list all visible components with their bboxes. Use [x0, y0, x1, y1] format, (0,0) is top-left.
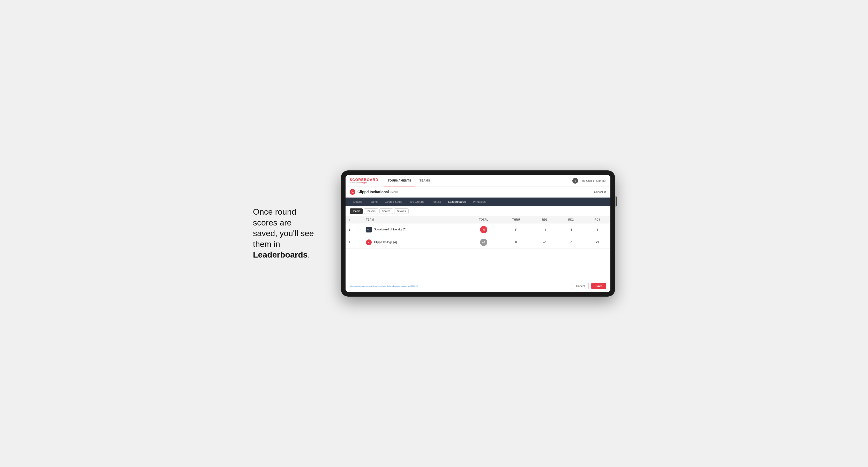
tablet-device: SCOREBOARD Powered by clippd TOURNAMENTS… — [341, 170, 615, 297]
score-badge-1: -5 — [480, 226, 487, 233]
rd3-1: -6 — [584, 223, 610, 236]
nav-links: TOURNAMENTS TEAMS — [383, 175, 572, 186]
tab-teams[interactable]: Teams — [366, 197, 381, 206]
tab-results[interactable]: Results — [428, 197, 444, 206]
tournament-cancel[interactable]: Cancel ✕ — [594, 190, 606, 194]
col-team: TEAM — [363, 216, 467, 223]
team-1: SU Scoreboard University [A] — [363, 223, 467, 236]
sub-tab-bar: Teams Players Scores Strokes — [345, 206, 610, 216]
nav-user-text: Test User | — [580, 179, 594, 182]
col-rd2: RD2 — [558, 216, 584, 223]
sub-tab-strokes[interactable]: Strokes — [394, 209, 409, 214]
score-badge-2: +3 — [480, 239, 487, 246]
tab-leaderboards[interactable]: Leaderboards — [444, 197, 469, 206]
team-1-logo: SU — [366, 227, 372, 232]
team-2-name: Clippd College [A] — [374, 241, 397, 244]
tab-details[interactable]: Details — [350, 197, 366, 206]
tournament-icon: C — [350, 189, 355, 195]
thru-1: F — [501, 223, 532, 236]
total-1: -5 — [467, 223, 500, 236]
nav-signout[interactable]: Sign out — [596, 179, 606, 182]
rank-2: 2 — [345, 236, 363, 249]
cancel-button[interactable]: Cancel — [572, 283, 589, 289]
tab-tee-groups[interactable]: Tee Groups — [406, 197, 428, 206]
sub-tab-teams[interactable]: Teams — [350, 209, 363, 214]
tablet-screen: SCOREBOARD Powered by clippd TOURNAMENTS… — [345, 175, 610, 292]
sub-tab-scores[interactable]: Scores — [379, 209, 393, 214]
nav-link-teams[interactable]: TEAMS — [415, 175, 434, 186]
content-spacer — [345, 249, 610, 280]
tab-course-setup[interactable]: Course Setup — [381, 197, 406, 206]
app-logo: SCOREBOARD Powered by clippd — [350, 178, 378, 184]
thru-2: F — [501, 236, 532, 249]
cancel-icon: ✕ — [604, 190, 606, 194]
cancel-label: Cancel — [594, 190, 603, 193]
col-rd1: RD1 — [531, 216, 558, 223]
description-period: . — [308, 250, 310, 259]
col-thru: THRU — [501, 216, 532, 223]
tournament-gender: (Men) — [390, 190, 398, 193]
table-body: 1 SU Scoreboard University [A] -5 F -4 +… — [345, 223, 610, 249]
user-avatar: S — [572, 178, 578, 184]
tournament-header: C Clippd Invitational (Men) Cancel ✕ — [345, 186, 610, 197]
tab-bar: Details Teams Course Setup Tee Groups Re… — [345, 197, 610, 206]
description-line4: them in — [253, 240, 280, 249]
tab-printables[interactable]: Printables — [469, 197, 489, 206]
total-2: +3 — [467, 236, 500, 249]
description-line1: Once round — [253, 207, 296, 216]
table-row: 1 SU Scoreboard University [A] -5 F -4 +… — [345, 223, 610, 236]
description-line3: saved, you'll see — [253, 228, 314, 238]
description-line2: scores are — [253, 218, 291, 227]
col-rank: # — [345, 216, 363, 223]
sub-tab-players[interactable]: Players — [364, 209, 378, 214]
col-rd3: RD3 — [584, 216, 610, 223]
table-header: # TEAM TOTAL THRU RD1 RD2 RD3 — [345, 216, 610, 223]
rd1-2: +8 — [531, 236, 558, 249]
team-2: C Clippd College [A] — [363, 236, 467, 249]
leaderboard-table: # TEAM TOTAL THRU RD1 RD2 RD3 1 SU — [345, 216, 610, 249]
nav-right: S Test User | Sign out — [572, 178, 606, 184]
col-total: TOTAL — [467, 216, 500, 223]
tournament-title: Clippd Invitational — [358, 190, 389, 194]
app-logo-title: SCOREBOARD — [350, 178, 378, 182]
save-button[interactable]: Save — [591, 283, 606, 289]
rd2-2: -8 — [558, 236, 584, 249]
nav-link-tournaments[interactable]: TOURNAMENTS — [383, 175, 415, 186]
logo-clippd: clippd — [361, 181, 367, 184]
team-1-name: Scoreboard University [A] — [374, 228, 406, 231]
app-nav: SCOREBOARD Powered by clippd TOURNAMENTS… — [345, 175, 610, 186]
tablet-side-button — [616, 196, 617, 207]
team-2-logo: C — [366, 240, 372, 245]
app-footer: https://stage-blue-coach.stagescoreboard… — [345, 280, 610, 292]
url-bar: https://stage-blue-coach.stagescoreboard… — [350, 285, 418, 287]
page-wrapper: Once round scores are saved, you'll see … — [253, 170, 615, 297]
rd1-1: -4 — [531, 223, 558, 236]
table-row: 2 C Clippd College [A] +3 F +8 -8 +3 — [345, 236, 610, 249]
rd3-2: +3 — [584, 236, 610, 249]
rank-1: 1 — [345, 223, 363, 236]
left-description: Once round scores are saved, you'll see … — [253, 207, 326, 260]
description-bold: Leaderboards — [253, 250, 308, 259]
rd2-1: +5 — [558, 223, 584, 236]
app-logo-sub: Powered by clippd — [350, 182, 378, 184]
